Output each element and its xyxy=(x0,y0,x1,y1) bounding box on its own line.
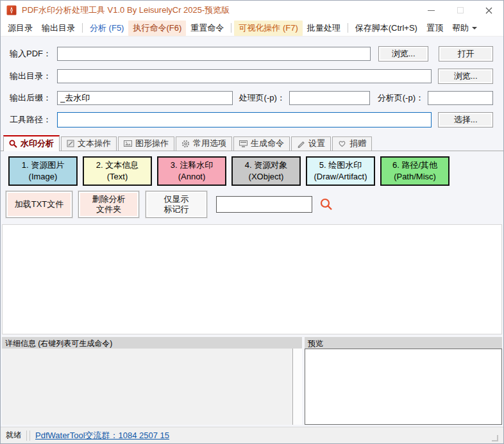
terminal-icon xyxy=(239,140,248,147)
tab-generate-command[interactable]: 生成命令 xyxy=(233,136,290,151)
category-label: 2. 文本信息 xyxy=(96,160,139,171)
app-icon xyxy=(6,5,17,15)
tab-label: 捐赠 xyxy=(349,138,366,149)
category-sublabel: (XObject) xyxy=(249,171,284,183)
tab-label: 常用选项 xyxy=(193,138,226,149)
tab-label: 文本操作 xyxy=(78,138,111,149)
load-txt-label: 加载TXT文件 xyxy=(6,199,72,210)
heart-icon xyxy=(338,140,346,147)
detail-preview-row: 详细信息 (右键列表可生成命令) 预览 xyxy=(2,337,502,425)
output-dir-field[interactable] xyxy=(57,69,432,83)
input-pdf-field[interactable] xyxy=(57,47,371,61)
browse-pdf-button[interactable]: 浏览... xyxy=(378,46,428,62)
detail-list[interactable] xyxy=(2,349,292,425)
category-image-button[interactable]: 1. 资源图片 (Image) xyxy=(8,156,78,186)
maximize-button[interactable] xyxy=(446,1,475,20)
input-pdf-row: 输入PDF： 浏览... 打开 xyxy=(10,46,493,62)
menu-help-label: 帮助 xyxy=(452,22,469,34)
suffix-pages-row: 输出后缀： 处理页(-p)： 分析页(-p)： xyxy=(10,91,493,105)
input-pdf-label: 输入PDF： xyxy=(10,48,57,60)
menu-save-script[interactable]: 保存脚本(Ctrl+S) xyxy=(351,21,422,36)
status-bar: 就绪 PdfWaterTool交流群：1084 2507 15 xyxy=(1,427,503,443)
window-controls xyxy=(417,1,503,20)
window-title: PDF水印分析处理工具 V1.0 By LeisurelyCr 2025-预览版 xyxy=(22,4,230,16)
process-pages-label: 处理页(-p)： xyxy=(239,92,285,104)
load-txt-button[interactable]: 加载TXT文件 xyxy=(6,191,72,218)
tab-label: 水印分析 xyxy=(21,138,54,149)
preview-panel: 预览 xyxy=(305,337,502,425)
category-draw-button[interactable]: 5. 绘图水印 (Draw/Artifact) xyxy=(306,156,375,186)
tool-path-row: 工具路径： 选择... xyxy=(10,112,493,127)
category-label: 6. 路径/其他 xyxy=(392,160,437,171)
show-marked-only-button[interactable]: 仅显示 标记行 xyxy=(146,191,207,218)
menu-pin-top[interactable]: 置顶 xyxy=(422,21,448,36)
category-label: 5. 绘图水印 xyxy=(319,160,362,171)
tab-label: 图形操作 xyxy=(135,138,169,149)
category-sublabel: (Text) xyxy=(107,171,128,183)
title-bar: PDF水印分析处理工具 V1.0 By LeisurelyCr 2025-预览版 xyxy=(1,1,503,20)
detail-panel: 详细信息 (右键列表可生成命令) xyxy=(2,337,302,425)
category-sublabel: (Annot) xyxy=(178,171,206,183)
status-separator xyxy=(26,431,27,441)
menu-reset-command[interactable]: 重置命令 xyxy=(186,21,228,36)
tab-strip: 水印分析 文本操作 图形操作 常用选项 xyxy=(1,135,503,151)
detail-panel-body xyxy=(2,349,302,425)
menu-visual-f7[interactable]: 可视化操作 (F7) xyxy=(234,21,302,36)
tab-donate[interactable]: 捐赠 xyxy=(332,136,372,151)
close-icon xyxy=(485,7,492,14)
watermark-analysis-page: 1. 资源图片 (Image) 2. 文本信息 (Text) 3. 注释水印 (… xyxy=(1,151,503,425)
output-dir-row: 输出目录： 浏览... xyxy=(10,69,493,84)
category-sublabel: (Path/Misc) xyxy=(394,171,436,183)
menu-source-dir[interactable]: 源目录 xyxy=(3,21,37,36)
category-xobject-button[interactable]: 4. 资源对象 (XObject) xyxy=(231,156,301,186)
menu-batch-process[interactable]: 批量处理 xyxy=(303,21,345,36)
suffix-field[interactable] xyxy=(57,91,233,105)
open-button[interactable]: 打开 xyxy=(439,46,493,62)
delete-folder-label-line1: 删除分析 xyxy=(79,194,139,204)
preview-canvas[interactable] xyxy=(305,349,502,425)
analysis-result-list[interactable] xyxy=(2,224,502,334)
category-text-button[interactable]: 2. 文本信息 (Text) xyxy=(83,156,152,186)
delete-analysis-folder-button[interactable]: 删除分析 文件夹 xyxy=(78,191,139,218)
category-path-misc-button[interactable]: 6. 路径/其他 (Path/Misc) xyxy=(380,156,449,186)
category-label: 3. 注释水印 xyxy=(171,160,213,171)
category-button-row: 1. 资源图片 (Image) 2. 文本信息 (Text) 3. 注释水印 (… xyxy=(1,156,503,186)
category-label: 1. 资源图片 xyxy=(22,160,64,171)
detail-panel-header: 详细信息 (右键列表可生成命令) xyxy=(2,337,302,349)
show-marked-label-line2: 标记行 xyxy=(146,204,206,215)
tab-watermark-analysis[interactable]: 水印分析 xyxy=(3,135,60,151)
search-input[interactable] xyxy=(216,196,312,213)
menu-execute-f6[interactable]: 执行命令(F6) xyxy=(128,21,186,36)
process-pages-field[interactable] xyxy=(289,91,370,105)
tab-text-operations[interactable]: 文本操作 xyxy=(61,136,117,151)
category-sublabel: (Image) xyxy=(29,171,58,183)
minimize-button[interactable] xyxy=(417,1,446,20)
show-marked-label-line1: 仅显示 xyxy=(146,194,206,204)
tool-path-label: 工具路径： xyxy=(10,114,57,126)
detail-scrollbar[interactable] xyxy=(292,349,302,425)
menu-output-dir[interactable]: 输出目录 xyxy=(37,21,80,36)
image-icon xyxy=(124,140,132,147)
menu-help[interactable]: 帮助 xyxy=(448,21,482,36)
analyze-pages-field[interactable] xyxy=(428,91,493,105)
menu-separator xyxy=(348,23,348,33)
menu-analyze-f5[interactable]: 分析 (F5) xyxy=(85,21,128,36)
browse-dir-button[interactable]: 浏览... xyxy=(438,69,493,84)
category-annot-button[interactable]: 3. 注释水印 (Annot) xyxy=(157,156,226,186)
magnifier-icon xyxy=(9,140,17,148)
qq-group-link[interactable]: PdfWaterTool交流群：1084 2507 15 xyxy=(35,430,169,441)
tab-graphic-operations[interactable]: 图形操作 xyxy=(118,136,174,151)
search-icon[interactable] xyxy=(319,197,333,211)
tab-common-options[interactable]: 常用选项 xyxy=(176,136,232,151)
tab-settings[interactable]: 设置 xyxy=(291,136,331,151)
menu-bar: 源目录 输出目录 分析 (F5) 执行命令(F6) 重置命令 可视化操作 (F7… xyxy=(1,20,503,37)
maximize-icon xyxy=(457,7,464,13)
delete-folder-label-line2: 文件夹 xyxy=(79,204,139,215)
tab-label: 设置 xyxy=(308,138,325,149)
close-button[interactable] xyxy=(475,1,503,20)
resize-grip-icon[interactable] xyxy=(492,435,498,441)
tool-path-field[interactable] xyxy=(57,112,432,127)
category-sublabel: (Draw/Artifact) xyxy=(314,171,367,183)
choose-tool-button[interactable]: 选择... xyxy=(438,112,493,127)
tab-label: 生成命令 xyxy=(251,138,284,149)
